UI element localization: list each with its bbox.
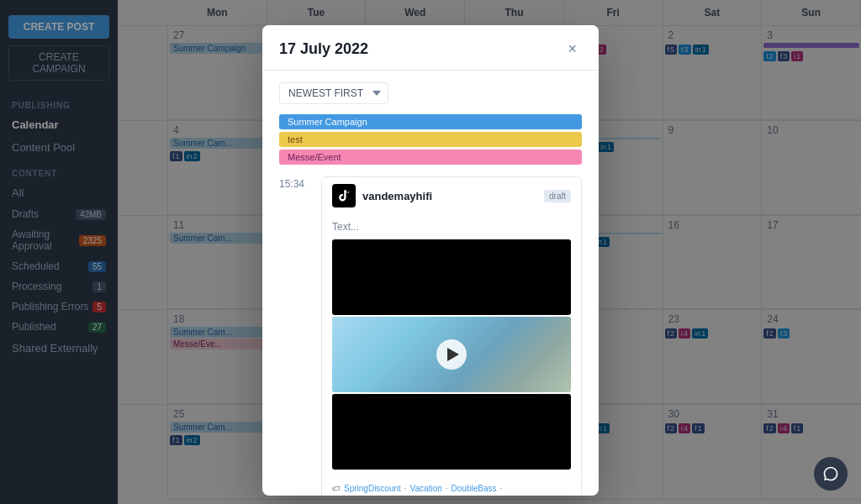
post-card[interactable]: vandemayhifi draft Text... <box>321 176 582 496</box>
post-status-badge: draft <box>544 190 571 202</box>
modal-title: 17 July 2022 <box>279 40 368 58</box>
post-entry: 15:34 vandemayhifi draft Text... <box>279 176 582 496</box>
tag-icon: 🏷 <box>332 484 341 493</box>
tag-vacation[interactable]: Vacation <box>410 484 442 493</box>
post-card-body: Text... <box>322 214 581 476</box>
post-platform-icon <box>332 184 356 207</box>
tag-spring-discount[interactable]: SpringDiscount <box>344 484 401 493</box>
play-triangle-icon <box>447 348 459 361</box>
media-black-bottom <box>332 394 571 470</box>
post-username: vandemayhifi <box>362 190 537 202</box>
campaign-pill-messe[interactable]: Messe/Event <box>279 150 582 165</box>
post-media-stack <box>332 239 571 470</box>
post-tags: 🏷 SpringDiscount · Vacation · DoubleBass… <box>322 476 581 496</box>
modal-header: 17 July 2022 × <box>262 25 599 71</box>
day-detail-modal: 17 July 2022 × NEWEST FIRST Summer Campa… <box>262 25 599 496</box>
modal-overlay[interactable]: 17 July 2022 × NEWEST FIRST Summer Campa… <box>0 0 861 504</box>
filter-row: NEWEST FIRST <box>279 82 582 104</box>
campaign-pill-test[interactable]: test <box>279 132 582 147</box>
post-card-header: vandemayhifi draft <box>322 177 581 214</box>
campaign-pills: Summer Campaign test Messe/Event <box>279 114 582 165</box>
modal-close-button[interactable]: × <box>563 39 582 60</box>
sort-select[interactable]: NEWEST FIRST <box>279 82 388 104</box>
post-text: Text... <box>332 221 571 233</box>
campaign-pill-summer[interactable]: Summer Campaign <box>279 114 582 129</box>
play-button[interactable] <box>436 339 467 370</box>
chat-bubble-button[interactable] <box>814 457 848 491</box>
media-black-top <box>332 239 571 315</box>
tag-double-bass[interactable]: DoubleBass <box>452 484 497 493</box>
media-landscape[interactable] <box>332 317 571 392</box>
modal-body: NEWEST FIRST Summer Campaign test Messe/… <box>262 71 599 496</box>
post-time: 15:34 <box>279 176 313 496</box>
